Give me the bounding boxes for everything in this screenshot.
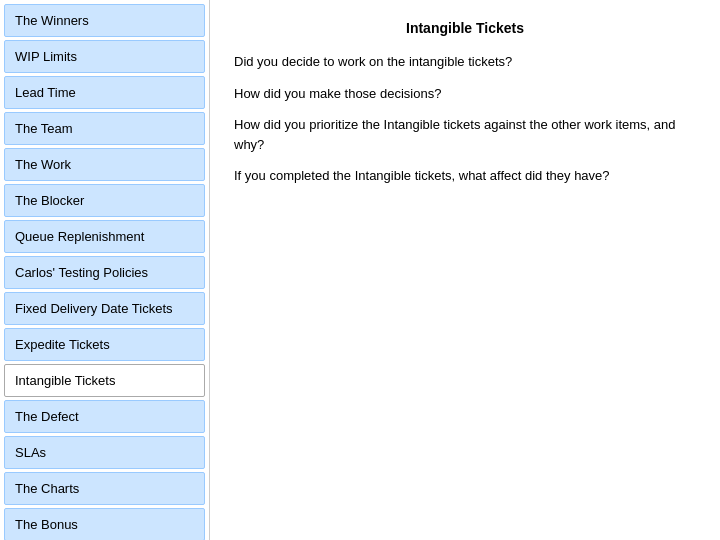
sidebar-item-the-winners[interactable]: The Winners: [4, 4, 205, 37]
sidebar-item-the-charts[interactable]: The Charts: [4, 472, 205, 505]
sidebar-item-the-defect[interactable]: The Defect: [4, 400, 205, 433]
sidebar-item-the-blocker[interactable]: The Blocker: [4, 184, 205, 217]
main-paragraph: How did you prioritize the Intangible ti…: [234, 115, 696, 154]
main-content: Intangible Tickets Did you decide to wor…: [210, 0, 720, 540]
sidebar-item-the-bonus[interactable]: The Bonus: [4, 508, 205, 540]
sidebar-item-queue-replenishment[interactable]: Queue Replenishment: [4, 220, 205, 253]
sidebar-item-wip-limits[interactable]: WIP Limits: [4, 40, 205, 73]
sidebar-item-expedite-tickets[interactable]: Expedite Tickets: [4, 328, 205, 361]
sidebar-item-fixed-delivery-date-tickets[interactable]: Fixed Delivery Date Tickets: [4, 292, 205, 325]
main-paragraphs: Did you decide to work on the intangible…: [234, 52, 696, 186]
sidebar-item-lead-time[interactable]: Lead Time: [4, 76, 205, 109]
main-paragraph: How did you make those decisions?: [234, 84, 696, 104]
main-paragraph: Did you decide to work on the intangible…: [234, 52, 696, 72]
sidebar-item-intangible-tickets[interactable]: Intangible Tickets: [4, 364, 205, 397]
main-paragraph: If you completed the Intangible tickets,…: [234, 166, 696, 186]
main-title: Intangible Tickets: [234, 20, 696, 36]
sidebar: The WinnersWIP LimitsLead TimeThe TeamTh…: [0, 0, 210, 540]
sidebar-item-the-work[interactable]: The Work: [4, 148, 205, 181]
sidebar-item-carlos-testing-policies[interactable]: Carlos' Testing Policies: [4, 256, 205, 289]
sidebar-item-the-team[interactable]: The Team: [4, 112, 205, 145]
sidebar-item-slas[interactable]: SLAs: [4, 436, 205, 469]
